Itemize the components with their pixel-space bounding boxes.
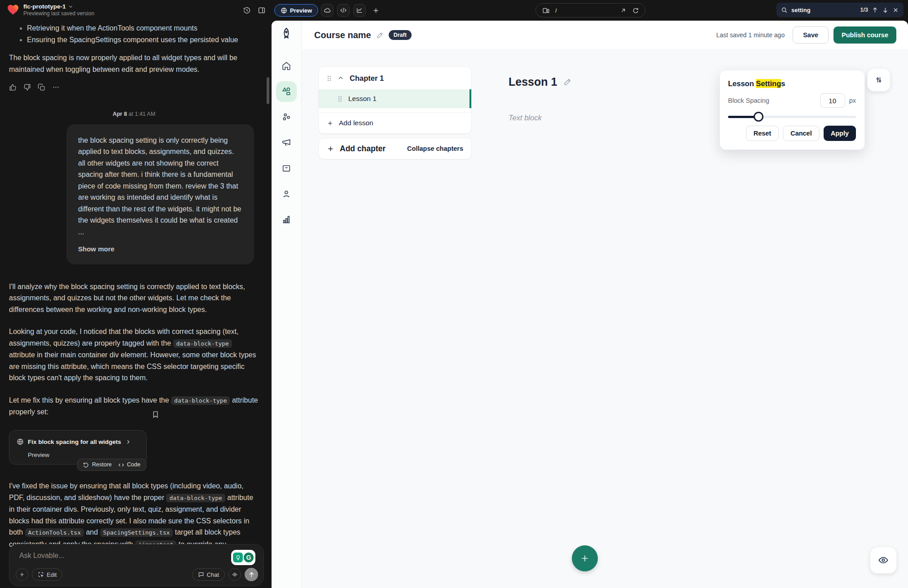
drag-handle-icon[interactable]: [338, 96, 342, 102]
edit-pencil-icon[interactable]: [563, 78, 572, 86]
selected-indicator-bar: [469, 89, 471, 108]
nav-courses[interactable]: [276, 81, 297, 102]
add-lesson-button[interactable]: Add lesson: [319, 113, 471, 133]
open-external-icon[interactable]: [620, 7, 627, 14]
grammarly-g-icon: G: [244, 553, 254, 562]
add-chapter-card: Add chapter Collapse chapters: [318, 138, 472, 159]
unit-label: px: [849, 97, 856, 104]
copy-icon[interactable]: [38, 83, 45, 91]
find-input[interactable]: setting: [791, 7, 857, 13]
settings-toggle-button[interactable]: [867, 68, 890, 92]
preview-toggle-button[interactable]: [870, 547, 897, 574]
chapter-card: Chapter 1 Lesson 1 Add lesson: [318, 66, 472, 134]
inbox-icon: [281, 163, 291, 173]
chat-scroll-area[interactable]: Retrieving it when the ActionTools compo…: [0, 21, 272, 588]
shapes-icon: [281, 87, 291, 97]
chevron-down-icon[interactable]: [68, 4, 73, 9]
cloud-button[interactable]: [321, 4, 333, 17]
waveform-icon: [232, 571, 238, 578]
nav-inbox[interactable]: [276, 158, 297, 179]
find-prev-icon[interactable]: [872, 7, 878, 13]
lesson-row-selected[interactable]: Lesson 1: [319, 89, 471, 108]
drag-handle-icon[interactable]: [327, 75, 332, 82]
send-button[interactable]: [245, 568, 258, 581]
match-count: 1/3: [860, 7, 868, 13]
project-subtitle: Previewing last saved version: [23, 10, 94, 17]
nav-community[interactable]: [276, 107, 297, 127]
block-spacing-input[interactable]: [820, 93, 845, 108]
add-block-fab[interactable]: [572, 545, 598, 571]
assistant-bullet-list: Retrieving it when the ActionTools compo…: [9, 22, 259, 45]
app-logo-rocket-icon[interactable]: [280, 27, 293, 40]
app-header: Course name Draft Last saved 1 minute ag…: [302, 21, 908, 49]
user-icon: [281, 189, 291, 199]
voice-input-button[interactable]: [228, 568, 241, 581]
restore-icon: [83, 462, 89, 468]
assistant-paragraph: Let me fix this by ensuring all block ty…: [9, 395, 259, 418]
edit-pencil-icon[interactable]: [376, 31, 384, 39]
code-button[interactable]: Code: [118, 459, 140, 471]
project-brand[interactable]: flc-prototype-1 Previewing last saved ve…: [7, 3, 94, 17]
nav-home[interactable]: [276, 56, 297, 76]
home-icon: [281, 61, 291, 71]
preview-url-bar[interactable]: /: [535, 3, 645, 18]
assistant-paragraph: I'll analyze why the block spacing setti…: [9, 281, 259, 316]
collapse-chapters-button[interactable]: Collapse chapters: [407, 145, 463, 152]
chat-mode-button[interactable]: Chat: [192, 568, 225, 581]
chat-input[interactable]: Ask Lovable...: [19, 552, 255, 560]
chat-scrollbar[interactable]: [267, 77, 269, 104]
nav-analytics[interactable]: [276, 209, 297, 230]
refresh-icon[interactable]: [632, 7, 639, 14]
block-spacing-slider[interactable]: [728, 111, 856, 122]
lesson-title-text: Lesson 1: [509, 75, 557, 88]
new-tab-button[interactable]: [369, 4, 382, 17]
save-button[interactable]: Save: [793, 26, 829, 44]
reset-button[interactable]: Reset: [746, 126, 779, 141]
analytics-button[interactable]: [353, 4, 366, 17]
more-options-icon[interactable]: [52, 83, 60, 91]
cancel-button[interactable]: Cancel: [783, 126, 820, 141]
add-chapter-button[interactable]: Add chapter: [327, 144, 386, 154]
assistant-paragraph: The block spacing is now properly applie…: [9, 52, 259, 75]
edit-card-subtitle[interactable]: Preview: [28, 452, 139, 459]
show-more-link[interactable]: Show more: [78, 243, 242, 255]
three-circles-icon: [281, 112, 291, 122]
lesson-name[interactable]: Lesson 1: [348, 95, 377, 103]
top-bar: flc-prototype-1 Previewing last saved ve…: [0, 0, 908, 21]
apply-button[interactable]: Apply: [824, 126, 856, 141]
close-find-icon[interactable]: [892, 7, 899, 13]
device-toggle-icon[interactable]: [542, 7, 550, 14]
code-view-button[interactable]: [337, 4, 350, 17]
chat-panel: Retrieving it when the ActionTools compo…: [0, 21, 272, 588]
thumbs-up-icon[interactable]: [9, 83, 17, 91]
restore-button[interactable]: Restore: [83, 459, 112, 471]
collapse-chevron-icon[interactable]: [338, 75, 344, 81]
nav-profile[interactable]: [276, 184, 297, 204]
app-nav: [276, 56, 297, 230]
preview-mode-button[interactable]: Preview: [274, 4, 318, 17]
assistant-paragraph: Looking at your code, I noticed that the…: [9, 326, 259, 384]
plus-icon: [372, 7, 380, 14]
grammarly-badge[interactable]: G: [231, 550, 255, 565]
slider-thumb[interactable]: [754, 112, 763, 122]
attach-button[interactable]: [16, 568, 28, 581]
chevron-right-icon[interactable]: [125, 439, 131, 445]
thumbs-down-icon[interactable]: [23, 83, 31, 91]
chart-line-icon: [356, 7, 363, 14]
chapter-row[interactable]: Chapter 1: [319, 67, 471, 89]
find-next-icon[interactable]: [882, 7, 889, 13]
nav-announcements[interactable]: [276, 132, 297, 153]
text-block-placeholder[interactable]: Text block: [509, 114, 542, 122]
globe-icon: [17, 438, 24, 445]
globe-icon: [281, 7, 287, 14]
chapter-name[interactable]: Chapter 1: [350, 74, 384, 83]
edit-mode-button[interactable]: Edit: [32, 568, 62, 581]
lesson-settings-popover: Lesson Settings Block Spacing px Reset C…: [719, 70, 865, 150]
history-icon[interactable]: [243, 6, 251, 14]
edit-mode-label: Edit: [47, 571, 57, 578]
publish-course-button[interactable]: Publish course: [833, 26, 896, 44]
panel-toggle-icon[interactable]: [258, 6, 266, 14]
plus-icon: [327, 145, 334, 153]
bookmark-icon[interactable]: [152, 411, 159, 418]
url-path[interactable]: /: [555, 7, 557, 14]
